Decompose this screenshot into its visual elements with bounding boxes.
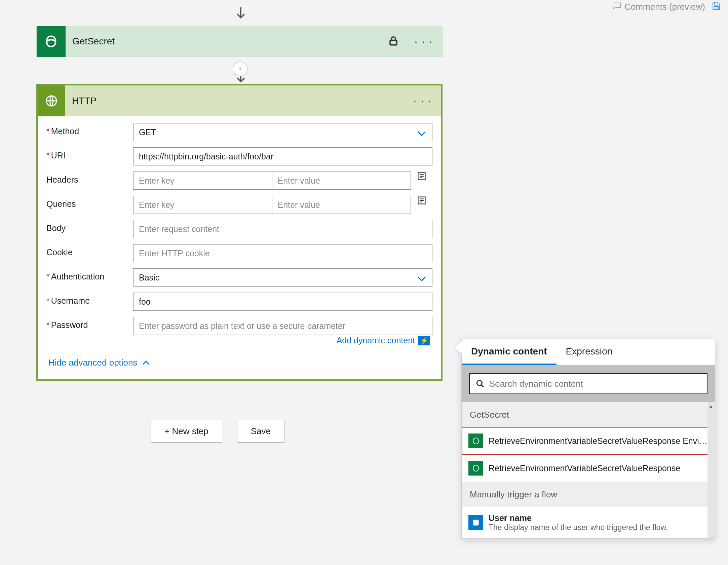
action-card-http: HTTP · · · *Method GET *URI https://http… [36, 84, 443, 381]
cookie-input[interactable]: Enter HTTP cookie [133, 244, 432, 262]
http-more-button[interactable]: · · · [404, 95, 441, 107]
password-input[interactable]: Enter password as plain text or use a se… [133, 317, 432, 335]
insert-step-button[interactable]: + [233, 62, 247, 76]
comment-icon [612, 1, 622, 13]
tab-dynamic-content[interactable]: Dynamic content [462, 339, 557, 365]
uri-input[interactable]: https://httpbin.org/basic-auth/foo/bar [133, 147, 432, 165]
dyn-item-user-name[interactable]: User name The display name of the user w… [462, 507, 715, 538]
new-step-button[interactable]: + New step [151, 420, 222, 443]
comments-label: Comments (preview) [624, 2, 705, 12]
dynamic-search-placeholder: Search dynamic content [489, 379, 583, 389]
label-cookie: Cookie [46, 248, 73, 257]
dynamic-content-panel: Dynamic content Expression Search dynami… [461, 339, 715, 539]
http-title: HTTP [65, 96, 404, 106]
flow-designer-canvas: Comments (preview) GetSecret · · · + HTT… [0, 0, 728, 565]
label-uri: URI [51, 151, 66, 160]
scrollbar[interactable] [707, 402, 715, 538]
dynamic-content-pill-icon[interactable]: ⚡ [418, 336, 430, 345]
method-value: GET [139, 127, 156, 137]
tab-expression[interactable]: Expression [557, 339, 622, 365]
add-dynamic-content-link[interactable]: Add dynamic content [337, 336, 415, 345]
svg-rect-0 [390, 40, 397, 45]
action-card-getsecret[interactable]: GetSecret · · · [36, 26, 443, 57]
save-button[interactable]: Save [237, 420, 284, 443]
search-icon [476, 379, 485, 388]
label-queries: Queries [46, 199, 76, 209]
chevron-down-icon [417, 274, 426, 284]
label-authentication: Authentication [51, 272, 104, 281]
http-header[interactable]: HTTP · · · [38, 85, 441, 116]
dyn-section-getsecret: GetSecret [462, 402, 715, 427]
queries-textmode-button[interactable] [411, 196, 432, 205]
dynamic-content-list: GetSecret RetrieveEnvironmentVariableSec… [462, 402, 715, 538]
label-body: Body [46, 223, 66, 233]
getsecret-more-button[interactable]: · · · [405, 35, 442, 48]
label-password: Password [51, 320, 88, 330]
hide-advanced-toggle[interactable]: Hide advanced options [46, 345, 432, 373]
http-body: *Method GET *URI https://httpbin.org/bas… [38, 116, 441, 379]
comments-button[interactable]: Comments (preview) [612, 1, 705, 13]
dyn-item-retrieve-envvar-2[interactable]: RetrieveEnvironmentVariableSecretValueRe… [462, 455, 715, 482]
globe-icon [38, 85, 65, 116]
bottom-buttons: + New step Save [151, 420, 284, 443]
label-method: Method [51, 126, 79, 136]
connector-arrow-icon [235, 7, 246, 20]
header-value-input[interactable]: Enter value [272, 172, 411, 190]
top-toolbar: Comments (preview) [612, 0, 721, 13]
query-key-input[interactable]: Enter key [133, 196, 272, 214]
dynamic-content-tabs: Dynamic content Expression [462, 339, 715, 365]
label-headers: Headers [46, 175, 78, 184]
lock-icon [382, 35, 405, 48]
dataverse-icon [468, 461, 483, 476]
svg-point-4 [477, 380, 482, 385]
query-value-input[interactable]: Enter value [272, 196, 411, 214]
toolbar-save-icon[interactable] [711, 1, 721, 12]
trigger-icon [468, 515, 483, 530]
dyn-item-retrieve-envvar-1[interactable]: RetrieveEnvironmentVariableSecretValueRe… [462, 427, 715, 455]
method-select[interactable]: GET [133, 123, 432, 141]
dataverse-icon [37, 26, 66, 57]
authentication-value: Basic [139, 273, 159, 282]
headers-textmode-button[interactable] [411, 172, 432, 181]
username-input[interactable]: foo [133, 293, 432, 311]
authentication-select[interactable]: Basic [133, 268, 432, 287]
dataverse-icon [468, 434, 483, 448]
getsecret-title: GetSecret [66, 36, 382, 47]
chevron-up-icon [142, 361, 150, 365]
dyn-section-manual: Manually trigger a flow [462, 482, 715, 507]
dynamic-content-search[interactable]: Search dynamic content [469, 373, 707, 394]
chevron-down-icon [417, 129, 426, 139]
label-username: Username [51, 296, 90, 305]
header-key-input[interactable]: Enter key [133, 172, 272, 190]
body-input[interactable]: Enter request content [133, 220, 432, 238]
